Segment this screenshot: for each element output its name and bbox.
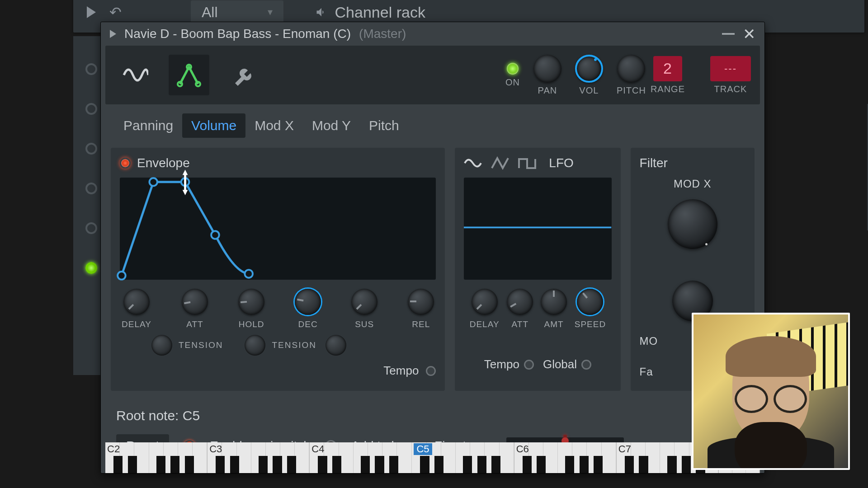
track-route[interactable]: --- TRACK <box>710 56 751 94</box>
channel-dot[interactable] <box>85 63 97 75</box>
undo-icon[interactable]: ↶ <box>109 5 123 19</box>
env-rel-knob[interactable]: REL <box>408 289 434 329</box>
lfo-square-icon[interactable] <box>518 156 536 170</box>
webcam-overlay <box>692 313 850 470</box>
filter-modx-knob[interactable] <box>668 199 717 249</box>
filter-title: Filter <box>640 156 668 170</box>
channel-dot-active[interactable] <box>85 262 97 274</box>
envelope-title: Envelope <box>137 156 190 170</box>
envelope-target-tabs: Panning Volume Mod X Mod Y Pitch <box>101 104 764 142</box>
att-tension-knob[interactable] <box>151 335 172 356</box>
channel-dot[interactable] <box>85 222 97 234</box>
speaker-icon <box>315 6 328 19</box>
envelope-graph[interactable] <box>120 178 436 280</box>
piano-octave[interactable]: C3 <box>208 442 310 473</box>
piano-octave[interactable]: C5 <box>412 442 514 473</box>
piano-octave[interactable]: C6 <box>514 442 617 473</box>
lfo-delay-knob[interactable]: DELAY <box>470 289 500 329</box>
tab-panning[interactable]: Panning <box>114 113 182 138</box>
lfo-att-knob[interactable]: ATT <box>507 289 533 329</box>
rel-tension-knob[interactable] <box>326 335 346 356</box>
channel-on[interactable]: ON <box>505 63 520 88</box>
plugin-header: ON PAN VOL PITCH 2 RANGE --- TRACK <box>105 46 760 104</box>
env-delay-knob[interactable]: DELAY <box>122 289 151 329</box>
svg-point-7 <box>245 270 253 278</box>
channel-filter-select[interactable]: All ▾ <box>191 0 283 24</box>
dec-tension-knob[interactable] <box>245 335 265 356</box>
svg-point-4 <box>149 178 157 186</box>
root-note-label[interactable]: Root note: C5 <box>116 408 749 423</box>
pitch-knob[interactable]: PITCH <box>617 55 646 96</box>
channel-dot[interactable] <box>85 103 97 115</box>
lfo-amt-knob[interactable]: AMT <box>541 289 567 329</box>
tab-volume[interactable]: Volume <box>182 113 245 138</box>
tab-modx[interactable]: Mod X <box>245 113 303 138</box>
env-att-knob[interactable]: ATT <box>182 289 208 329</box>
vol-knob[interactable]: VOL <box>575 55 603 96</box>
track-value: --- <box>710 56 751 81</box>
range-value: 2 <box>653 56 682 81</box>
svg-point-6 <box>211 231 219 239</box>
led-on-icon <box>507 63 519 75</box>
plugin-menu-icon[interactable] <box>110 30 116 38</box>
env-dec-knob[interactable]: DEC <box>295 289 321 329</box>
channel-filter-label: All <box>202 4 218 21</box>
tab-misc-icon[interactable] <box>223 55 264 95</box>
lfo-global-toggle[interactable] <box>581 360 591 370</box>
channel-dot[interactable] <box>85 183 97 194</box>
lfo-tempo-toggle[interactable] <box>524 360 534 370</box>
filter-modx-label: MOD X <box>640 178 745 190</box>
plugin-title: Navie D - Boom Bap Bass - Enoman (C) <box>124 27 351 41</box>
piano-octave[interactable]: C2 <box>105 442 208 473</box>
chevron-down-icon: ▾ <box>268 6 273 18</box>
pan-knob[interactable]: PAN <box>533 55 561 96</box>
plugin-window: Navie D - Boom Bap Bass - Enoman (C) (Ma… <box>100 22 765 474</box>
env-sus-knob[interactable]: SUS <box>351 289 377 329</box>
lfo-graph[interactable] <box>464 178 611 280</box>
channel-rack-title: Channel rack <box>315 4 425 21</box>
channel-dot[interactable] <box>85 143 97 155</box>
envelope-enable-led[interactable] <box>120 158 131 169</box>
envelope-panel: Envelope <box>111 148 445 391</box>
lfo-speed-knob[interactable]: SPEED <box>575 289 606 329</box>
tab-sample-icon[interactable] <box>114 55 155 95</box>
lfo-title: LFO <box>549 156 573 170</box>
close-icon[interactable]: ✕ <box>743 25 755 43</box>
lfo-tri-icon[interactable] <box>491 156 509 170</box>
pitch-range[interactable]: 2 RANGE <box>651 56 685 94</box>
tab-pitch[interactable]: Pitch <box>360 113 408 138</box>
piano-keyboard[interactable]: C2C3C4C5C6C7 <box>105 442 760 473</box>
tab-envelope-icon[interactable] <box>169 55 209 95</box>
env-tempo-toggle[interactable] <box>426 366 436 376</box>
env-tempo-label: Tempo <box>383 364 419 378</box>
play-icon[interactable] <box>87 6 96 18</box>
env-hold-knob[interactable]: HOLD <box>238 289 264 329</box>
titlebar[interactable]: Navie D - Boom Bap Bass - Enoman (C) (Ma… <box>101 22 764 46</box>
piano-octave[interactable]: C4 <box>310 442 412 473</box>
lfo-panel: LFO DELAY ATT AMT SPEED Tempo Global <box>455 148 620 391</box>
plugin-route: (Master) <box>359 27 406 41</box>
minimize-icon[interactable] <box>722 33 735 35</box>
tab-mody[interactable]: Mod Y <box>303 113 360 138</box>
svg-point-3 <box>118 272 126 280</box>
lfo-sine-icon[interactable] <box>464 156 482 170</box>
